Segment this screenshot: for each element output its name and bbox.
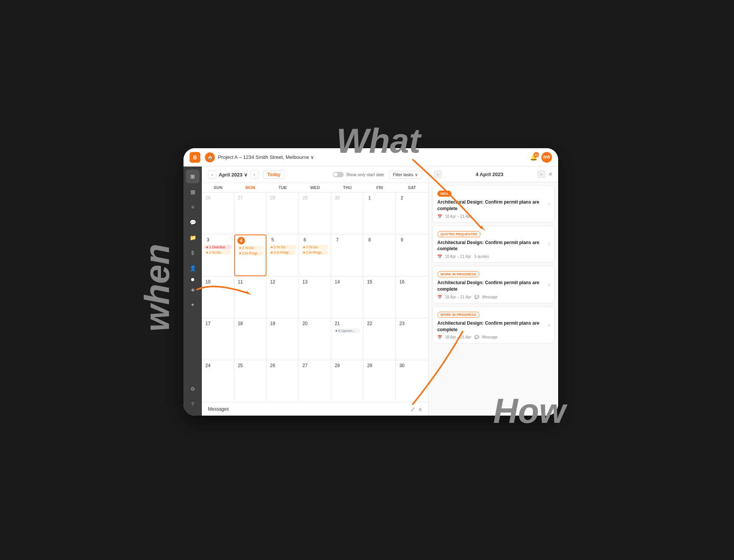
day-header-sun: SUN (202, 183, 234, 192)
right-panel-close-button[interactable]: ✕ (548, 171, 553, 177)
cal-cell[interactable]: 22 (364, 318, 396, 360)
cal-cell[interactable]: 19 (266, 318, 299, 360)
cal-cell[interactable]: 27 (234, 193, 267, 234)
task-item-2[interactable]: QUOTES REQUESTED Architectural Design: C… (432, 226, 554, 263)
top-nav: B 🏠 Project A – 1234 Smith Street, Melbo… (184, 148, 558, 167)
sidebar-item-help[interactable]: ? (186, 397, 200, 411)
task-quotes-count: 5 quotes (474, 254, 489, 259)
date-number: 22 (366, 320, 373, 327)
today-button[interactable]: Today (263, 170, 284, 179)
task-pill: ● 2 To Do (204, 250, 232, 255)
task-pill: ● 5 Upcom... (333, 329, 361, 333)
sidebar-item-people[interactable]: 👤 (186, 261, 200, 275)
date-number: 9 (398, 236, 406, 244)
cal-cell[interactable]: 23 (396, 318, 428, 360)
date-number: 30 (333, 194, 341, 202)
right-panel-prev-button[interactable]: ‹ (434, 170, 442, 178)
cal-cell[interactable]: 25 (234, 360, 267, 402)
sidebar-item-settings[interactable]: ⚙ (186, 382, 200, 396)
cal-cell[interactable]: 26 (266, 360, 299, 402)
home-icon[interactable]: 🏠 (205, 152, 215, 162)
right-panel-items: NEW Architectural Design: Confirm permit… (429, 182, 558, 416)
cal-cell-6[interactable]: 6 ● 3 To Do ● 2 In Progr... (299, 235, 331, 276)
date-number: 27 (301, 362, 309, 369)
cal-cell[interactable]: 28 (266, 193, 299, 234)
date-number: 20 (301, 320, 309, 327)
cal-cell[interactable]: 9 (396, 235, 428, 276)
cal-cell[interactable]: 11 (234, 277, 267, 318)
cal-cell[interactable]: 8 (364, 235, 396, 276)
expand-messages-button[interactable]: ⤢ (411, 406, 415, 412)
task-item-4[interactable]: WORK IN PROGRESS Architectural Design: C… (432, 306, 554, 344)
task-badge-wip: WORK IN PROGRESS (437, 271, 479, 277)
cal-cell[interactable]: 20 (299, 318, 331, 360)
right-panel-next-button[interactable]: › (538, 170, 545, 178)
cal-cell[interactable]: 18 (234, 318, 267, 360)
task-message: Message (482, 335, 498, 339)
cal-cell[interactable]: 26 (202, 193, 234, 234)
cal-cell[interactable]: 29 (364, 360, 396, 402)
day-header-tue: TUE (266, 183, 299, 192)
date-number: 21 (333, 320, 341, 327)
sidebar-item-list[interactable]: ≡ (186, 200, 200, 214)
sidebar-item-grid[interactable]: ⊞ (186, 170, 200, 183)
notification-bell[interactable]: 🔔 22 (530, 154, 538, 161)
date-number: 25 (237, 362, 244, 369)
task-meta: 📅 18 Apr – 21 Apr 💬 Message (437, 335, 549, 339)
cal-cell[interactable]: 28 (331, 360, 364, 402)
user-avatar[interactable]: WW (541, 152, 552, 163)
task-item-3[interactable]: WORK IN PROGRESS Architectural Design: C… (432, 266, 554, 303)
filter-tasks-button[interactable]: Filter tasks ∨ (389, 171, 422, 179)
sidebar-item-messages[interactable]: 💬 (186, 215, 200, 229)
cal-cell[interactable]: 15 (364, 277, 396, 318)
date-number: 6 (301, 236, 309, 244)
sidebar-item-finance[interactable]: $ (186, 246, 200, 260)
prev-month-button[interactable]: ‹ (208, 170, 216, 179)
next-month-button[interactable]: › (250, 170, 258, 179)
cal-cell[interactable]: 2 (396, 193, 428, 234)
cal-cell-4[interactable]: 4 ● 2 To Do ● 2 In Progr... (234, 235, 267, 276)
project-name[interactable]: Project A – 1234 Smith Street, Melbourne… (218, 154, 314, 160)
task-title: Architectural Design: Confirm permit pla… (437, 280, 549, 293)
date-number: 14 (333, 278, 341, 286)
sidebar-item-layers[interactable]: ◈ (186, 283, 200, 296)
cal-cell[interactable]: 14 (331, 277, 364, 318)
task-meta: 📅 18 Apr – 21 Apr (437, 214, 549, 218)
date-number: 18 (237, 320, 244, 327)
main-content: ⊞ ▦ ≡ 💬 📁 $ 👤 ◈ ✦ ⚙ ? ‹ (184, 167, 558, 416)
sidebar-item-star[interactable]: ✦ (186, 298, 200, 312)
calendar-row: 3 ● 1 Overdue ● 2 To Do 4 ● 2 To Do ● 2 … (202, 235, 428, 277)
cal-cell-21[interactable]: 21 ● 5 Upcom... (331, 318, 364, 360)
sidebar-item-calendar[interactable]: ▦ (186, 185, 200, 199)
calendar-icon: 📅 (437, 335, 442, 339)
cal-cell[interactable]: 7 (331, 235, 364, 276)
sidebar-item-folder[interactable]: 📁 (186, 231, 200, 244)
cal-cell[interactable]: 29 (299, 193, 331, 234)
cal-cell-3[interactable]: 3 ● 1 Overdue ● 2 To Do (202, 235, 234, 276)
cal-cell[interactable]: 16 (396, 277, 428, 318)
calendar-icon: 📅 (437, 295, 442, 299)
collapse-messages-button[interactable]: ∧ (418, 406, 422, 412)
cal-cell[interactable]: 27 (299, 360, 331, 402)
app-logo: B (190, 152, 200, 163)
calendar-nav: ‹ April 2023 ∨ › (208, 170, 258, 179)
task-pill: ● 1 Overdue (204, 245, 232, 249)
day-header-sat: SAT (396, 183, 428, 192)
date-number: 12 (269, 278, 276, 286)
calendar-section: ‹ April 2023 ∨ › Today Show only start d… (202, 167, 428, 416)
cal-cell[interactable]: 12 (266, 277, 299, 318)
message-icon: 💬 (474, 335, 479, 339)
task-item-1[interactable]: NEW Architectural Design: Confirm permit… (432, 185, 554, 223)
cal-cell[interactable]: 10 (202, 277, 234, 318)
cal-cell[interactable]: 30 (331, 193, 364, 234)
cal-cell[interactable]: 17 (202, 318, 234, 360)
date-number: 16 (398, 278, 406, 286)
cal-cell-5[interactable]: 5 ● 3 To Do ● 2 In Progr... (266, 235, 299, 276)
cal-cell[interactable]: 1 (364, 193, 396, 234)
cal-cell[interactable]: 24 (202, 360, 234, 402)
cal-cell[interactable]: 30 (396, 360, 428, 402)
toggle-switch[interactable] (333, 172, 344, 177)
cal-cell[interactable]: 13 (299, 277, 331, 318)
messages-bar: Messages ⤢ ∧ (202, 402, 428, 416)
date-number: 23 (398, 320, 406, 327)
